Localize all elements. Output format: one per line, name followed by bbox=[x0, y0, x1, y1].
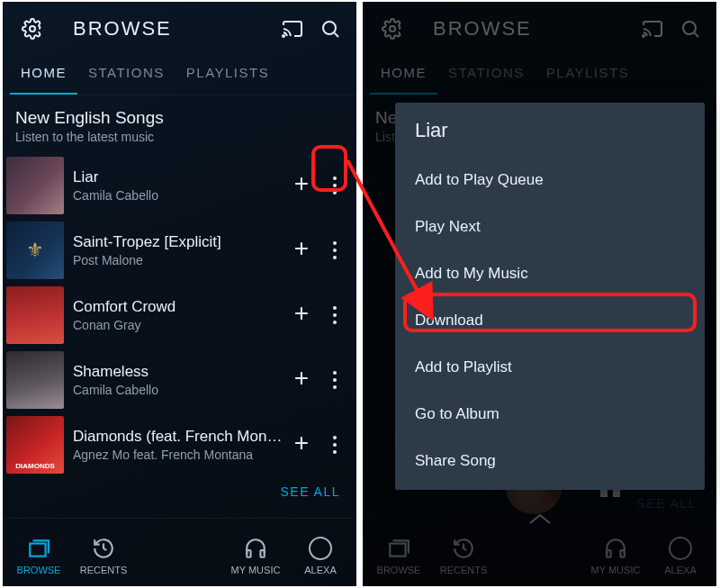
nav-label: BROWSE bbox=[17, 565, 61, 575]
history-icon bbox=[91, 536, 116, 561]
more-options-button[interactable] bbox=[319, 360, 351, 400]
tab-stations[interactable]: STATIONS bbox=[77, 56, 176, 95]
nav-browse[interactable]: BROWSE bbox=[6, 536, 71, 575]
menu-add-to-queue[interactable]: Add to Play Queue bbox=[395, 157, 705, 204]
tab-home[interactable]: HOME bbox=[10, 56, 77, 95]
menu-share-song[interactable]: Share Song bbox=[395, 438, 705, 484]
svg-rect-5 bbox=[260, 550, 264, 557]
app-title: BROWSE bbox=[73, 17, 274, 41]
song-artist: Post Malone bbox=[73, 253, 284, 267]
svg-point-2 bbox=[323, 22, 336, 34]
song-context-menu: Liar Add to Play Queue Play Next Add to … bbox=[395, 103, 705, 490]
more-options-button[interactable] bbox=[319, 166, 351, 205]
cast-icon[interactable] bbox=[274, 10, 311, 48]
phone-left: BROWSE HOME STATIONS PLAYLISTS New Engli… bbox=[3, 2, 356, 586]
svg-rect-4 bbox=[247, 550, 250, 557]
menu-add-my-music[interactable]: Add to My Music bbox=[395, 250, 705, 297]
menu-download[interactable]: Download bbox=[395, 297, 705, 344]
headphones-icon bbox=[243, 536, 268, 561]
menu-title: Liar bbox=[395, 113, 705, 157]
see-all-link[interactable]: SEE ALL bbox=[3, 477, 356, 499]
tab-strip: HOME STATIONS PLAYLISTS bbox=[3, 56, 356, 95]
song-title: Shameless bbox=[73, 363, 284, 381]
tab-playlists[interactable]: PLAYLISTS bbox=[176, 56, 280, 95]
album-art bbox=[6, 286, 64, 344]
more-options-button[interactable] bbox=[319, 425, 351, 465]
album-art bbox=[6, 416, 64, 474]
song-title: Saint-Tropez [Explicit] bbox=[73, 233, 284, 251]
more-options-button[interactable] bbox=[319, 295, 351, 335]
svg-point-1 bbox=[283, 35, 284, 37]
song-title: Comfort Crowd bbox=[73, 298, 284, 316]
nav-alexa[interactable]: ALEXA bbox=[288, 536, 353, 575]
add-button[interactable]: + bbox=[284, 168, 319, 203]
section-subtitle: Listen to the latest music bbox=[15, 130, 344, 144]
nav-mymusic[interactable]: MY MUSIC bbox=[223, 536, 288, 575]
song-row[interactable]: Shameless Camila Cabello + bbox=[3, 348, 356, 412]
song-row[interactable]: Liar Camila Cabello + bbox=[3, 153, 356, 218]
nav-recents[interactable]: RECENTS bbox=[71, 536, 136, 575]
album-art bbox=[6, 157, 64, 214]
song-artist: Camila Cabello bbox=[73, 188, 284, 203]
nav-label: ALEXA bbox=[304, 565, 336, 575]
album-art bbox=[6, 222, 64, 279]
song-row[interactable]: Diamonds (feat. French Montana) Agnez Mo… bbox=[3, 412, 356, 477]
add-button[interactable]: + bbox=[284, 363, 319, 397]
nav-label: RECENTS bbox=[80, 565, 128, 575]
alexa-icon bbox=[308, 536, 333, 561]
phone-right: BROWSE HOME STATIONS PLAYLISTS New Engli… bbox=[363, 2, 716, 586]
song-artist: Conan Gray bbox=[73, 318, 284, 332]
add-button[interactable]: + bbox=[284, 233, 319, 267]
search-icon[interactable] bbox=[311, 10, 349, 48]
section-title: New English Songs bbox=[15, 108, 344, 128]
song-row[interactable]: Saint-Tropez [Explicit] Post Malone + bbox=[3, 218, 356, 283]
section-header: New English Songs Listen to the latest m… bbox=[3, 95, 356, 153]
album-art bbox=[6, 351, 64, 409]
settings-icon[interactable] bbox=[14, 10, 51, 48]
song-list: Liar Camila Cabello + Saint-Tropez [Expl… bbox=[3, 153, 356, 518]
menu-add-playlist[interactable]: Add to Playlist bbox=[395, 344, 705, 391]
svg-point-0 bbox=[30, 26, 35, 32]
browse-icon bbox=[26, 536, 51, 561]
app-bar: BROWSE bbox=[3, 2, 356, 56]
add-button[interactable]: + bbox=[284, 298, 319, 332]
bottom-nav: BROWSE RECENTS MY MUSIC ALEXA bbox=[3, 518, 356, 586]
song-row[interactable]: Comfort Crowd Conan Gray + bbox=[3, 283, 356, 348]
nav-label: MY MUSIC bbox=[231, 565, 281, 575]
song-title: Diamonds (feat. French Montana) bbox=[73, 428, 284, 446]
song-artist: Agnez Mo feat. French Montana bbox=[73, 448, 284, 462]
svg-rect-3 bbox=[30, 543, 45, 556]
more-options-button[interactable] bbox=[319, 231, 351, 270]
song-artist: Camila Cabello bbox=[73, 383, 284, 397]
add-button[interactable]: + bbox=[284, 428, 319, 462]
song-title: Liar bbox=[73, 168, 284, 186]
menu-go-to-album[interactable]: Go to Album bbox=[395, 391, 705, 438]
menu-play-next[interactable]: Play Next bbox=[395, 204, 705, 250]
